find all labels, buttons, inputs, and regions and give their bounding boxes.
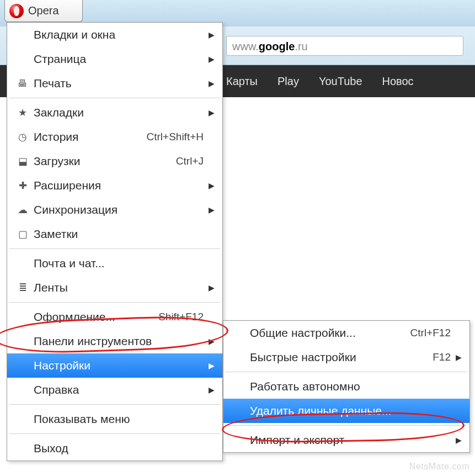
menu-item[interactable]: Импорт и экспорт▶ [223, 428, 469, 452]
submenu-arrow-icon: ▶ [207, 337, 215, 346]
submenu-arrow-icon: ▶ [207, 181, 215, 190]
menu-separator [226, 425, 467, 426]
menu-separator [9, 98, 220, 98]
menu-item[interactable]: Общие настройки...Ctrl+F12 [223, 321, 469, 345]
menu-item[interactable]: ▢Заметки [7, 222, 222, 246]
menu-item-label: История [31, 130, 147, 144]
nav-link[interactable]: Карты [226, 75, 258, 88]
rss-icon: ≣ [14, 282, 31, 294]
menu-item-label: Почта и чат... [31, 257, 204, 270]
menu-item-label: Заметки [31, 228, 204, 241]
submenu-arrow-icon: ▶ [207, 283, 215, 292]
settings-submenu: Общие настройки...Ctrl+F12Быстрые настро… [223, 320, 470, 453]
menu-item-label: Расширения [31, 179, 204, 192]
menu-item-label: Импорт и экспорт [248, 433, 451, 447]
menu-item-label: Общие настройки... [248, 326, 410, 340]
menu-item[interactable]: Быстрые настройкиF12▶ [223, 345, 469, 369]
url-prefix: www. [232, 40, 259, 52]
menu-item[interactable]: Показывать меню [7, 407, 222, 431]
menu-item[interactable]: Удалить личные данные... [223, 399, 469, 423]
nav-link[interactable]: Play [277, 75, 299, 88]
menu-item-label: Синхронизация [31, 203, 204, 216]
menu-separator [9, 248, 220, 249]
puzzle-icon: ✚ [14, 179, 31, 192]
clock-icon: ◷ [14, 131, 31, 143]
submenu-arrow-icon: ▶ [207, 79, 215, 88]
submenu-arrow-icon: ▶ [454, 436, 462, 445]
menu-item[interactable]: Вкладки и окна▶ [7, 23, 222, 47]
menu-item-shortcut: Ctrl+J [176, 155, 207, 167]
menu-item-label: Панели инструментов [31, 335, 204, 348]
url-tld: .ru [295, 40, 307, 52]
watermark: NetsMate.com [409, 462, 469, 472]
url-domain: google [259, 40, 295, 52]
menu-item[interactable]: ◷ИсторияCtrl+Shift+H [7, 125, 222, 149]
submenu-arrow-icon: ▶ [207, 361, 215, 370]
menu-item-label: Вкладки и окна [31, 28, 204, 41]
menu-item-label: Закладки [31, 106, 204, 119]
opera-button-label: Opera [28, 4, 59, 17]
submenu-arrow-icon: ▶ [207, 55, 215, 64]
opera-logo-icon [9, 4, 24, 18]
submenu-arrow-icon: ▶ [207, 108, 215, 117]
submenu-arrow-icon: ▶ [454, 353, 462, 362]
menu-item-label: Показывать меню [31, 412, 204, 426]
download-icon: ⬓ [14, 155, 31, 167]
star-icon: ★ [14, 107, 31, 119]
menu-item[interactable]: Настройки▶ [7, 353, 222, 378]
menu-item[interactable]: ⬓ЗагрузкиCtrl+J [7, 149, 222, 173]
nav-link[interactable]: YouTube [319, 75, 362, 88]
menu-item[interactable]: 🖶Печать▶ [7, 71, 222, 96]
menu-item-label: Загрузки [31, 155, 176, 168]
menu-item-label: Печать [31, 77, 204, 90]
address-input[interactable]: www.google.ru [226, 36, 463, 56]
main-menu: Вкладки и окна▶Страница▶🖶Печать▶★Закладк… [7, 22, 223, 461]
menu-item-label: Страница [31, 52, 204, 66]
menu-separator [9, 302, 220, 303]
menu-item[interactable]: Панели инструментов▶ [7, 329, 222, 353]
menu-item-shortcut: Shift+F12 [158, 311, 207, 323]
menu-item-label: Оформление... [31, 310, 158, 324]
menu-separator [9, 404, 220, 405]
menu-separator [9, 433, 220, 434]
menu-item[interactable]: ★Закладки▶ [7, 101, 222, 125]
menu-item[interactable]: Справка▶ [7, 378, 222, 402]
print-icon: 🖶 [14, 78, 31, 89]
menu-item[interactable]: ≣Ленты▶ [7, 276, 222, 300]
note-icon: ▢ [14, 228, 31, 240]
menu-item[interactable]: Работать автономно [223, 374, 469, 399]
menu-item-label: Настройки [31, 359, 204, 372]
menu-item-label: Ленты [31, 281, 204, 294]
menu-item-label: Удалить личные данные... [248, 404, 451, 417]
menu-item[interactable]: ✚Расширения▶ [7, 173, 222, 198]
menu-item-label: Быстрые настройки [248, 351, 433, 364]
menu-item-label: Выход [31, 442, 204, 455]
nav-link[interactable]: Новос [382, 75, 414, 88]
opera-menu-button[interactable]: Opera [4, 0, 83, 22]
menu-item-shortcut: F12 [433, 351, 454, 363]
submenu-arrow-icon: ▶ [207, 385, 215, 394]
menu-separator [226, 372, 467, 372]
submenu-arrow-icon: ▶ [207, 205, 215, 214]
menu-item[interactable]: Выход [7, 436, 222, 461]
menu-item-shortcut: Ctrl+F12 [410, 327, 454, 339]
menu-item[interactable]: Страница▶ [7, 47, 222, 71]
menu-item[interactable]: Почта и чат... [7, 251, 222, 276]
menu-item-shortcut: Ctrl+Shift+H [147, 131, 207, 143]
menu-item[interactable]: Оформление...Shift+F12 [7, 305, 222, 329]
cloud-icon: ☁ [14, 204, 31, 216]
menu-item-label: Работать автономно [248, 380, 451, 393]
menu-item-label: Справка [31, 383, 204, 396]
menu-item[interactable]: ☁Синхронизация▶ [7, 198, 222, 222]
submenu-arrow-icon: ▶ [207, 30, 215, 39]
